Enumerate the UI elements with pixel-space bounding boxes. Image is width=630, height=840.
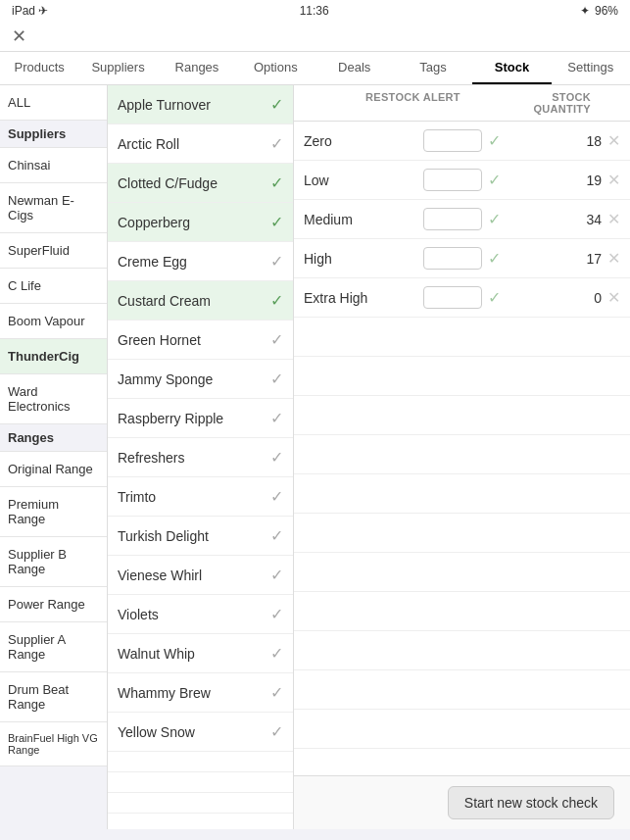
stock-qty-low: 19 (578, 173, 602, 188)
stock-row-medium: Medium ✓ 34 ✕ (294, 200, 630, 239)
start-stock-check-button[interactable]: Start new stock check (448, 786, 614, 819)
sidebar-item-superfluid[interactable]: SuperFluid (0, 233, 107, 269)
stock-row-empty-7 (294, 553, 630, 592)
sidebar-item-premium-range[interactable]: Premium Range (0, 487, 107, 537)
product-item-apple-turnover[interactable]: Apple Turnover ✓ (108, 85, 293, 124)
restock-check-icon-zero[interactable]: ✓ (488, 131, 501, 150)
sidebar-item-all[interactable]: ALL (0, 85, 107, 121)
product-label: Custard Cream (118, 293, 211, 309)
product-item-vienese-whirl[interactable]: Vienese Whirl ✓ (108, 556, 293, 595)
stock-qty-area-zero: 18 ✕ (522, 131, 620, 150)
product-label: Turkish Delight (118, 528, 209, 544)
sidebar-item-newman[interactable]: Newman E-Cigs (0, 183, 107, 233)
sidebar-item-original-range[interactable]: Original Range (0, 452, 107, 487)
stock-row-extra-high: Extra High ✓ 0 ✕ (294, 278, 630, 318)
stock-qty-zero: 18 (578, 133, 602, 149)
restock-input-medium[interactable] (423, 208, 482, 230)
product-item-whammy-brew[interactable]: Whammy Brew ✓ (108, 673, 293, 713)
product-item-trimto[interactable]: Trimto ✓ (108, 477, 293, 517)
product-label: Arctic Roll (118, 136, 179, 152)
stock-row-empty-5 (294, 474, 630, 514)
sidebar-item-clife[interactable]: C Life (0, 269, 107, 304)
stock-row-empty-1 (294, 318, 630, 357)
sidebar-item-suppliera-range[interactable]: Supplier A Range (0, 622, 107, 672)
tab-stock[interactable]: Stock (472, 52, 551, 84)
status-left: iPad ✈ (12, 4, 48, 18)
check-icon: ✓ (270, 605, 283, 623)
stock-quantity-header: STOCK QUANTITY (522, 91, 620, 115)
restock-check-icon-medium[interactable]: ✓ (488, 210, 501, 228)
product-item-refreshers[interactable]: Refreshers ✓ (108, 438, 293, 477)
stock-row-low: Low ✓ 19 ✕ (294, 161, 630, 200)
tab-options[interactable]: Options (236, 52, 315, 84)
stock-qty-area-extra-high: 0 ✕ (522, 288, 620, 307)
tab-settings[interactable]: Settings (552, 52, 630, 84)
product-item-walnut-whip[interactable]: Walnut Whip ✓ (108, 634, 293, 673)
stock-row-empty-2 (294, 357, 630, 396)
stock-clear-zero[interactable]: ✕ (607, 131, 620, 150)
stock-restock-area-zero: ✓ (402, 129, 522, 152)
sidebar-item-drumbeat-range[interactable]: Drum Beat Range (0, 672, 107, 722)
sidebar: ALL Suppliers Chinsai Newman E-Cigs Supe… (0, 85, 108, 829)
product-label: Vienese Whirl (118, 568, 202, 583)
stock-qty-area-high: 17 ✕ (522, 249, 620, 268)
check-icon: ✓ (270, 644, 283, 663)
restock-input-high[interactable] (423, 247, 482, 270)
product-label: Violets (118, 607, 159, 622)
sidebar-ranges-header: Ranges (0, 424, 107, 452)
check-icon: ✓ (270, 291, 283, 310)
product-label: Walnut Whip (118, 646, 195, 662)
status-right: ✦ 96% (580, 4, 618, 18)
stock-clear-extra-high[interactable]: ✕ (607, 288, 620, 307)
check-icon: ✓ (270, 683, 283, 702)
sidebar-item-chinsai[interactable]: Chinsai (0, 148, 107, 183)
stock-qty-high: 17 (578, 251, 602, 267)
product-item-custard-cream[interactable]: Custard Cream ✓ (108, 281, 293, 321)
sidebar-suppliers-header: Suppliers (0, 121, 107, 148)
stock-label-medium: Medium (304, 212, 402, 227)
products-column: Apple Turnover ✓ Arctic Roll ✓ Clotted C… (108, 85, 294, 829)
product-label: Yellow Snow (118, 724, 195, 740)
sidebar-item-supplierb-range[interactable]: Supplier B Range (0, 537, 107, 587)
tab-products[interactable]: Products (0, 52, 78, 84)
restock-input-zero[interactable] (423, 129, 482, 152)
check-icon: ✓ (270, 722, 283, 741)
product-item-violets[interactable]: Violets ✓ (108, 595, 293, 634)
sidebar-item-power-range[interactable]: Power Range (0, 587, 107, 622)
sidebar-item-boomvapour[interactable]: Boom Vapour (0, 304, 107, 339)
tab-deals[interactable]: Deals (315, 52, 394, 84)
product-item-yellow-snow[interactable]: Yellow Snow ✓ (108, 713, 293, 752)
close-button[interactable]: ✕ (12, 27, 26, 45)
restock-alert-header: RESTOCK ALERT (304, 91, 522, 115)
top-bar: ✕ (0, 22, 630, 52)
restock-input-low[interactable] (423, 169, 482, 191)
check-icon: ✓ (270, 252, 283, 271)
product-item-empty-2 (108, 772, 293, 793)
product-item-turkish-delight[interactable]: Turkish Delight ✓ (108, 517, 293, 556)
sidebar-item-ward[interactable]: Ward Electronics (0, 374, 107, 424)
stock-label-extra-high: Extra High (304, 290, 402, 306)
stock-qty-medium: 34 (578, 212, 602, 227)
stock-row-empty-3 (294, 396, 630, 435)
product-item-creme-egg[interactable]: Creme Egg ✓ (108, 242, 293, 281)
restock-input-extra-high[interactable] (423, 286, 482, 309)
product-item-raspberry-ripple[interactable]: Raspberry Ripple ✓ (108, 399, 293, 438)
restock-check-icon-high[interactable]: ✓ (488, 249, 501, 268)
tab-tags[interactable]: Tags (394, 52, 472, 84)
product-item-green-hornet[interactable]: Green Hornet ✓ (108, 321, 293, 360)
sidebar-item-brainfuel-range[interactable]: BrainFuel High VG Range (0, 722, 107, 766)
tab-ranges[interactable]: Ranges (158, 52, 236, 84)
tab-suppliers[interactable]: Suppliers (78, 52, 157, 84)
product-item-arctic-roll[interactable]: Arctic Roll ✓ (108, 124, 293, 164)
product-item-jammy-sponge[interactable]: Jammy Sponge ✓ (108, 360, 293, 399)
sidebar-item-thundercig[interactable]: ThunderCig (0, 339, 107, 374)
product-item-copperberg[interactable]: Copperberg ✓ (108, 203, 293, 242)
restock-check-icon-extra-high[interactable]: ✓ (488, 288, 501, 307)
product-label: Refreshers (118, 450, 184, 466)
product-item-clotted[interactable]: Clotted C/Fudge ✓ (108, 164, 293, 203)
stock-clear-low[interactable]: ✕ (607, 171, 620, 189)
restock-check-icon-low[interactable]: ✓ (488, 171, 501, 189)
product-item-empty-3 (108, 793, 293, 814)
stock-clear-medium[interactable]: ✕ (607, 210, 620, 228)
stock-clear-high[interactable]: ✕ (607, 249, 620, 268)
